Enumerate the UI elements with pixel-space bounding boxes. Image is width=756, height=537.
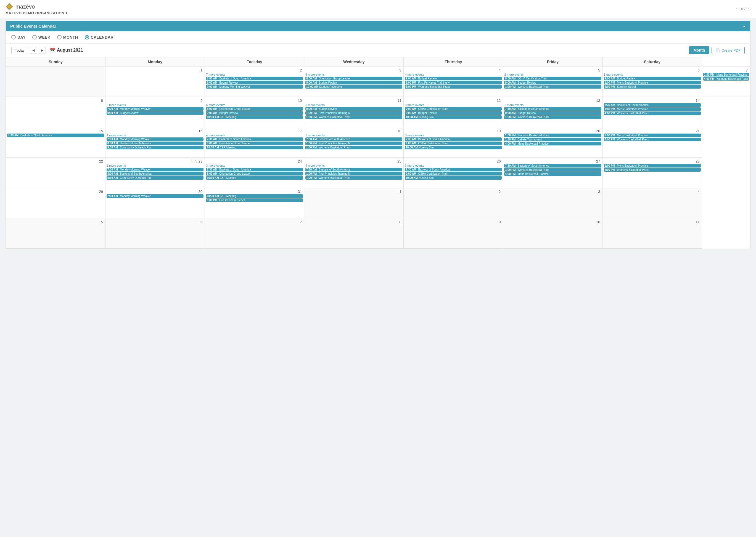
event-item[interactable]: 7:30 AMBaskets of South America [7,134,104,137]
calendar-cell[interactable]: 161 more events7:00 AMMonday Morning Wea… [106,127,205,158]
create-pdf-button[interactable]: 📄 Create PDF [712,47,745,54]
event-item[interactable]: 1:00 PMMens Basketball Practice [604,107,701,111]
calendar-cell[interactable]: 7 [205,218,304,249]
calendar-cell[interactable]: 6 [106,218,205,249]
month-view-button[interactable]: Month [689,46,709,54]
event-item[interactable]: 1:00 PMMens Basketball Practice [604,134,701,137]
event-item[interactable]: 8:00 AMBaskets of South America [107,142,203,145]
more-events-link[interactable]: 4 more events [305,164,402,167]
calendar-cell[interactable]: 106 more events8:00 AMOrientation Group … [205,97,304,127]
view-option-calendar[interactable]: CALENDAR [85,35,114,39]
event-item[interactable]: 7:30 AMBaskets of South America [206,138,303,141]
event-item[interactable]: 9:00 AMBudget Review [504,111,601,115]
more-events-link[interactable]: 1 more events [107,164,203,167]
more-events-link[interactable]: 7 more events [206,73,303,76]
more-events-link[interactable]: 3 more events [405,103,502,106]
event-item[interactable]: 9:00 AMOSHA Certification Train [405,172,502,176]
event-item[interactable]: 9:00 AMBudget Review [405,77,502,80]
event-item[interactable]: 4:00 PMWomens Basketball Pract [703,77,749,81]
calendar-cell[interactable]: 11 [602,218,702,249]
event-item[interactable]: 7:30 AMBaskets of South America [405,168,502,171]
calendar-cell[interactable]: 277:30 AMBaskets of South America1:00 PM… [503,158,602,188]
calendar-cell[interactable] [6,66,106,97]
event-item[interactable]: 7:30 AMBaskets of South America [504,107,601,111]
event-item[interactable]: 10:30 AMC&R Meeting [206,146,303,149]
calendar-cell[interactable]: 307:00 AMMonday Morning Weaver [106,188,205,218]
event-item[interactable]: 10:00 AMNursing Sim [405,115,502,119]
event-item[interactable]: 9:00 AMBudget Review [107,111,203,115]
event-item[interactable]: 10:00 AMNursing Sim [405,146,502,149]
event-item[interactable]: 4:00 PMWomens Basketball Pract [604,168,701,172]
event-item[interactable]: 1:00 PMMens Basketball Practice [604,81,701,84]
event-item[interactable]: 9:00 AMBudget Review [305,107,402,111]
event-item[interactable]: 10:30 AMC&R Meeting [206,194,303,198]
more-events-link[interactable]: 3 more events [405,164,502,167]
event-item[interactable]: 7:30 AMBaskets of South America [305,138,402,141]
event-item[interactable]: 9:00 AMMonday Morning Weaver [206,85,303,89]
event-item[interactable]: 1:00 PMFirst Principles Training N [405,81,502,84]
event-item[interactable]: 6:00 PMGuest Lecture Series [206,198,303,202]
event-item[interactable]: 9:00 AMOSHA Certification Train [504,77,601,80]
more-events-link[interactable]: 3 more events [206,164,303,167]
calendar-cell[interactable]: 147:30 AMBaskets of South America1:00 PM… [602,97,702,127]
more-events-link[interactable]: 1 more events [107,134,203,137]
event-item[interactable]: 9:00 AMBudget Review [305,81,402,84]
calendar-cell[interactable]: 61 more events9:00 AMBudget Review1:00 P… [602,66,702,97]
event-item[interactable]: 4:00 PMMens Basketball Practice [504,142,601,145]
calendar-cell[interactable]: 187 more events7:30 AMBaskets of South A… [304,127,404,158]
event-item[interactable]: 9:00 AMBudget Review [405,111,502,115]
event-item[interactable]: 1:00 PMWomens Basketball Pract [305,146,402,149]
event-item[interactable]: 10:00 AMNursing Sim [405,176,502,180]
event-item[interactable]: 1:00 PMMens Basketball Practice [703,73,749,76]
calendar-cell[interactable]: 27 more events8:00 AMBaskets of South Am… [205,66,304,97]
calendar-cell[interactable]: 22 [6,158,106,188]
calendar-cell[interactable]: 10 [503,218,602,249]
event-item[interactable]: 7:30 AMBaskets of South America [305,168,402,171]
calendar-cell[interactable]: 201:00 PMWomens Basketball Pract1:30 PMD… [503,127,602,158]
calendar-cell[interactable]: 5 [6,218,106,249]
event-item[interactable]: 7:00 AMMonday Morning Weaver [107,168,203,171]
view-option-week[interactable]: WEEK [32,35,51,39]
event-item[interactable]: 1:00 PMWomens Basketball Pract [504,134,601,137]
next-button[interactable]: ▶ [39,47,46,54]
event-item[interactable]: 9:00 AMBudget Review [206,81,303,84]
calendar-cell[interactable]: 131 more events7:30 AMBaskets of South A… [503,97,602,127]
event-item[interactable]: 1:00 PMWomens Basketball Pract [405,85,502,89]
event-item[interactable]: 1:00 PMFirst Principles Training N [305,111,402,115]
event-item[interactable]: 9:00 AMOSHA Certification Train [405,107,502,111]
calendar-cell[interactable]: 1 [304,188,404,218]
event-item[interactable]: 7:30 AMBaskets of South America [504,164,601,168]
event-item[interactable]: 1:00 PMWomens Basketball Pract [504,115,601,119]
event-item[interactable]: 9:00 AMBudget Review [604,77,701,80]
today-button[interactable]: Today [11,47,28,54]
event-item[interactable]: 10:30 AMC&R Meeting [206,115,303,119]
calendar-cell[interactable]: 193 more events7:30 AMBaskets of South A… [404,127,503,158]
event-item[interactable]: 4:00 PMWomens Basketball Pract [604,111,701,115]
event-item[interactable]: 1:00 PMFirst Principles Training N [305,172,402,176]
event-item[interactable]: 7:30 AMBaskets of South America [405,138,502,141]
calendar-cell[interactable]: 1 [106,66,205,97]
calendar-cell[interactable]: 254 more events7:30 AMBaskets of South A… [304,158,404,188]
calendar-cell[interactable]: 157:30 AMBaskets of South America [6,127,106,158]
calendar-cell[interactable]: 2 [404,188,503,218]
event-item[interactable]: 8:00 AMOrientation Group Leader [206,172,303,176]
event-item[interactable]: 9:30 AMCommunity Outreach Pla [107,146,203,149]
event-item[interactable]: 4:00 PMMens Basketball Practice [504,172,601,176]
calendar-cell[interactable]: 123 more events9:00 AMOSHA Certification… [404,97,503,127]
calendar-cell[interactable]: 211:00 PMMens Basketball Practice4:00 PM… [602,127,702,158]
calendar-cell[interactable]: 8 [6,97,106,127]
event-item[interactable]: 4:00 PMWomens Basketball Pract [604,138,701,141]
event-item[interactable]: 1:00 PMWomens Basketball Pract [504,168,601,172]
more-events-link[interactable]: 1 more events [604,73,701,76]
calendar-cell[interactable]: 92 more events7:00 AMMonday Morning Weav… [106,97,205,127]
event-item[interactable]: 9:30 AMCommunity Outreach Pla [107,176,203,180]
more-events-link[interactable]: 4 more events [405,73,502,76]
calendar-cell[interactable]: ☆ 231 more events7:00 AMMonday Morning W… [106,158,205,188]
calendar-cell[interactable]: 174 more events7:30 AMBaskets of South A… [205,127,304,158]
event-item[interactable]: 7:00 AMMonday Morning Weaver [107,107,203,111]
calendar-cell[interactable]: 243 more events7:30 AMBaskets of South A… [205,158,304,188]
more-events-link[interactable]: 1 more events [504,103,601,106]
calendar-cell[interactable]: 4 [602,188,702,218]
view-option-day[interactable]: DAY [11,35,26,39]
event-item[interactable]: 1:00 PMMens Basketball Practice [604,164,701,168]
